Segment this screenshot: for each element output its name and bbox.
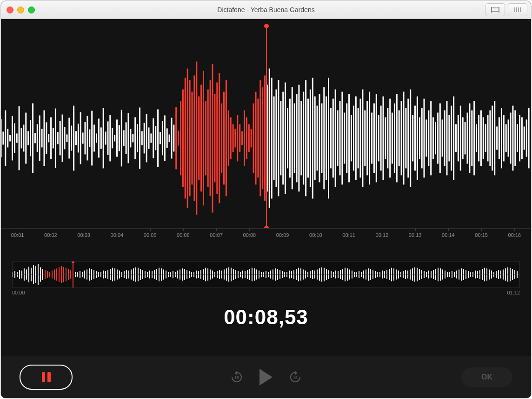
ok-button[interactable]: OK (461, 367, 512, 387)
timecode-display: 00:08,53 (1, 306, 531, 329)
pause-icon (42, 372, 51, 382)
svg-text:15: 15 (234, 375, 239, 380)
content-area: 00:0100:0200:0300:0400:0500:0600:0700:08… (1, 19, 531, 398)
center-controls: 15 15 (230, 369, 302, 386)
skip-back-15-button[interactable]: 15 (230, 370, 244, 384)
app-window: Dictafone - Yerba Buena Gardens 00:0100:… (1, 1, 531, 398)
overview-labels: 00:00 01:12 (12, 290, 520, 295)
waveform-overview[interactable] (12, 261, 520, 288)
playback-controls-bar: 15 15 OK (1, 356, 531, 398)
enhance-button[interactable] (508, 3, 527, 16)
svg-text:15: 15 (293, 375, 298, 380)
time-ruler[interactable]: 00:0100:0200:0300:0400:0500:0600:0700:08… (1, 228, 531, 247)
trim-icon (491, 7, 499, 13)
play-button[interactable] (259, 369, 273, 386)
trim-button[interactable] (485, 3, 505, 16)
skip-forward-15-button[interactable]: 15 (288, 370, 302, 384)
svg-rect-0 (492, 8, 499, 12)
overview-start-label: 00:00 (12, 290, 25, 295)
titlebar[interactable]: Dictafone - Yerba Buena Gardens (1, 1, 531, 19)
playhead[interactable] (266, 26, 267, 228)
waveform-main[interactable] (1, 24, 531, 228)
svg-rect-2 (499, 7, 499, 13)
titlebar-right-controls (485, 3, 527, 16)
record-pause-button[interactable] (20, 365, 73, 390)
skip-back-icon: 15 (230, 371, 243, 384)
svg-rect-1 (491, 7, 492, 13)
skip-forward-icon: 15 (289, 371, 302, 384)
window-title: Dictafone - Yerba Buena Gardens (1, 6, 531, 13)
overview-end-label: 01:12 (507, 290, 520, 295)
ok-button-label: OK (481, 373, 492, 381)
overview-cursor[interactable] (73, 262, 73, 288)
settings-sliders-icon (513, 7, 522, 13)
